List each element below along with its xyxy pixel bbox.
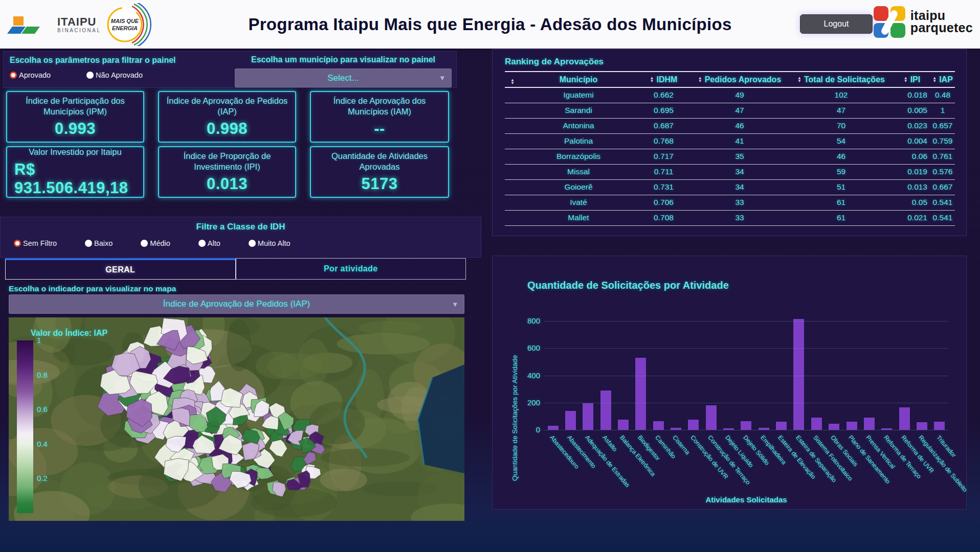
radio-label: Muito Alto (258, 239, 291, 247)
table-header-col[interactable]: ▲▼IPI (894, 72, 930, 87)
colorbar-tick-label: 0.4 (37, 440, 48, 448)
table-row: Missal0.71134590.0190.576 (505, 164, 955, 179)
table-cell: 61 (789, 195, 894, 210)
sort-icon[interactable]: ▲▼ (510, 79, 515, 85)
sort-icon[interactable]: ▲▼ (932, 77, 937, 83)
idh-radio-option[interactable]: Alto (198, 239, 220, 247)
colorbar-tick-label: 0.2 (37, 474, 48, 482)
indicator-select-value: Índice de Aprovação de Pedidos (IAP) (163, 299, 310, 309)
chart-bar[interactable] (635, 358, 646, 430)
sort-icon[interactable]: ▲▼ (797, 77, 801, 83)
table-row: Ivaté0.70633610.050.541 (505, 195, 955, 210)
kpi-grid: Índice de Participação dos Municípios (I… (6, 91, 449, 198)
kpi-label: Índice de Proporção de Investimento (IPI… (166, 151, 288, 173)
chart-bar[interactable] (706, 405, 717, 430)
chart-bar[interactable] (653, 421, 664, 430)
chart-bar[interactable] (618, 420, 629, 430)
table-cell: Sarandi (520, 103, 637, 118)
colorbar-tick-label: 0.8 (37, 371, 48, 379)
chart-bar[interactable] (811, 418, 822, 430)
table-header-col[interactable]: ▲▼IAP (930, 72, 955, 87)
table-cell: 0.759 (930, 133, 955, 149)
dashboard-canvas: ITAIPU BINACIONAL MAIS QUE ENERGIA Progr… (0, 0, 980, 552)
table-cell: 0.708 (637, 210, 691, 225)
colorbar-tick-label: 0.6 (37, 405, 48, 413)
idh-radio-option[interactable]: Sem Filtro (14, 239, 57, 247)
indicator-select[interactable]: Índice de Aprovação de Pedidos (IAP) ▼ (9, 294, 464, 314)
sort-icon[interactable]: ▲▼ (650, 77, 654, 83)
y-tick-label: 800 (520, 316, 540, 325)
indicator-select-label: Escolha o indicador para visualizar no m… (9, 284, 176, 293)
row-sort-cell (505, 195, 520, 210)
column-label: Total de Solicitações (804, 75, 885, 84)
table-cell: Mallet (520, 210, 637, 225)
tab[interactable]: GERAL (5, 258, 236, 280)
choropleth-map[interactable]: Valor do Índice: IAP 10.80.60.40.2 (9, 317, 464, 521)
table-cell: 70 (789, 118, 894, 133)
table-cell: 0.657 (930, 118, 955, 133)
idh-filter-title: Filtre a Classe de IDH (1, 222, 481, 232)
chart-bar[interactable] (829, 424, 839, 430)
table-header-col[interactable]: ▲▼IDHM (637, 72, 691, 87)
table-cell: 49 (691, 87, 789, 103)
table-header-col[interactable]: ▲▼Pedidos Aprovados (691, 72, 789, 87)
gridline (544, 321, 948, 321)
table-row: Sarandi0.69547470.0051 (505, 103, 955, 118)
table-cell: 46 (691, 118, 789, 133)
idh-radio-option[interactable]: Muito Alto (249, 239, 291, 247)
table-cell: 47 (691, 103, 789, 118)
idh-radio-option[interactable]: Médio (141, 239, 170, 247)
map-legend-title: Valor do Índice: IAP (31, 329, 107, 338)
chart-bar[interactable] (776, 422, 787, 430)
table-cell: 0.05 (894, 195, 930, 210)
table-cell: 41 (691, 133, 789, 149)
idh-radio-option[interactable]: Baixo (85, 239, 113, 247)
chart-bar[interactable] (688, 420, 699, 430)
ranking-table-panel: Ranking de Aprovações ▲▼Município▲▼IDHM▲… (492, 49, 967, 236)
table-cell: 1 (930, 103, 955, 118)
table-cell: 0.541 (930, 210, 955, 225)
table-cell: 0.013 (894, 179, 930, 195)
colorbar-tick-label: 1 (37, 336, 41, 344)
table-row: Iguatemi0.662491020.0180.48 (505, 87, 955, 103)
chart-bar[interactable] (847, 422, 857, 430)
chart-bar[interactable] (548, 426, 559, 430)
municipality-filter-group: Escolha um município para visualizar no … (235, 55, 452, 87)
sort-icon[interactable]: ▲▼ (698, 77, 702, 83)
kpi-value: 5173 (362, 175, 398, 193)
chart-bar[interactable] (600, 390, 611, 430)
table-cell: 0.687 (637, 118, 691, 133)
tab[interactable]: Por atividade (236, 258, 466, 280)
chart-bar[interactable] (793, 319, 804, 430)
table-row: Borrazópolis0.71735460.060.761 (505, 149, 955, 164)
chart-bar[interactable] (565, 411, 576, 430)
chart-bar[interactable] (899, 407, 910, 430)
radio-dot-icon (198, 240, 206, 247)
logout-button[interactable]: Logout (800, 14, 873, 34)
y-tick-label: 400 (520, 371, 540, 380)
radio-dot-icon (14, 240, 21, 247)
sort-icon[interactable]: ▲▼ (904, 77, 908, 83)
table-cell: 33 (691, 195, 789, 210)
chart-bar[interactable] (917, 422, 927, 430)
table-cell: 61 (789, 210, 894, 225)
param-radio-option[interactable]: Aprovado (10, 71, 51, 79)
table-cell: 46 (789, 149, 894, 164)
chart-bar[interactable] (864, 418, 875, 430)
table-cell: Goioerê (520, 179, 637, 195)
chart-bar[interactable] (741, 421, 751, 430)
kpi-label: Valor Investido por Itaipu (29, 147, 121, 157)
ranking-table-body: Iguatemi0.662491020.0180.48Sarandi0.6954… (505, 87, 955, 225)
table-cell: Antonina (520, 118, 637, 133)
column-label: IDHM (657, 75, 678, 84)
chart-bar[interactable] (934, 422, 945, 430)
table-header-sort[interactable]: ▲▼ (505, 72, 520, 87)
table-header-col[interactable]: ▲▼Total de Solicitações (789, 72, 894, 87)
table-header-municipio[interactable]: Município (520, 72, 637, 87)
param-radio-option[interactable]: Não Aprovado (86, 71, 143, 79)
table-cell: 51 (789, 179, 894, 195)
chevron-down-icon: ▼ (439, 74, 446, 82)
chart-bar[interactable] (583, 403, 593, 430)
ranking-table-title: Ranking de Aprovações (505, 57, 966, 67)
municipality-select[interactable]: Select... ▼ (235, 68, 452, 87)
